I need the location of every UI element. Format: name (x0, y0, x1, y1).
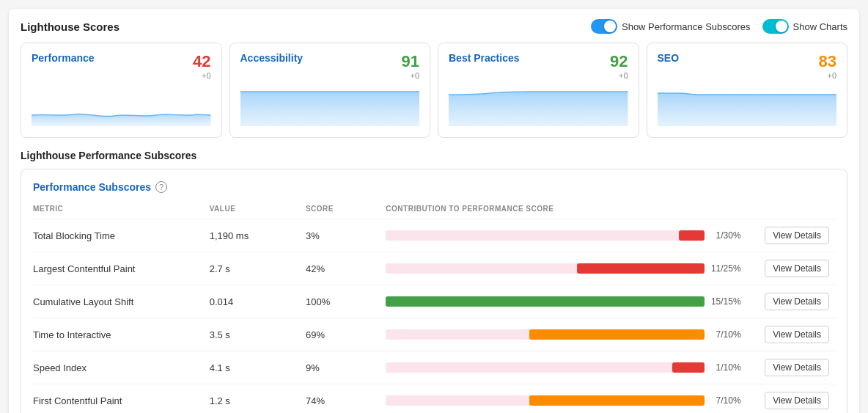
table-row: Largest Contentful Paint 2.7 s 42% 11/25… (33, 252, 835, 285)
score-card-header: Performance 42 +0 (32, 52, 211, 80)
metric-contribution-cell: 1/10% (386, 351, 746, 384)
view-details-button[interactable]: View Details (765, 260, 829, 277)
subscores-toggle[interactable] (591, 19, 617, 34)
metric-score: 42% (306, 252, 386, 285)
metric-name: Cumulative Layout Shift (33, 285, 210, 318)
view-details-button[interactable]: View Details (765, 293, 829, 310)
action-cell: View Details (747, 285, 835, 318)
bar-fill (386, 296, 704, 307)
chart-area (32, 86, 211, 126)
metric-contribution-cell: 7/10% (386, 318, 746, 351)
score-card-title: Best Practices (449, 52, 520, 64)
table-row: Total Blocking Time 1,190 ms 3% 1/30% Vi… (33, 219, 835, 252)
metric-value: 1,190 ms (210, 219, 306, 252)
score-card-title: Accessibility (240, 52, 304, 64)
bar-track (386, 230, 704, 241)
score-card-accessibility: Accessibility 91 +0 (229, 43, 431, 138)
subscore-section-header: Lighthouse Performance Subscores (21, 150, 847, 161)
metric-value: 3.5 s (210, 318, 306, 351)
metric-contribution-cell: 1/30% (386, 219, 746, 252)
metric-contribution-cell: 15/15% (386, 285, 746, 318)
score-card-header: SEO 83 +0 (658, 52, 837, 80)
contribution-label: 11/25% (710, 263, 741, 274)
metric-name: Speed Index (33, 351, 210, 384)
score-delta: +0 (610, 71, 628, 80)
score-delta: +0 (402, 71, 419, 80)
metric-score: 9% (306, 351, 386, 384)
score-value: 92 (610, 52, 628, 71)
metric-name: Total Blocking Time (33, 219, 210, 252)
action-cell: View Details (747, 252, 835, 285)
table-row: Speed Index 4.1 s 9% 1/10% View Details (33, 351, 835, 384)
contribution-label: 7/10% (710, 329, 741, 340)
metric-name: First Contentful Paint (33, 384, 210, 414)
col-header-action (747, 202, 835, 219)
metric-score: 3% (306, 219, 386, 252)
bar-track (386, 296, 704, 307)
metric-name: Largest Contentful Paint (33, 252, 210, 285)
col-header-value: VALUE (210, 202, 306, 219)
view-details-button[interactable]: View Details (765, 227, 829, 244)
metric-name: Time to Interactive (33, 318, 210, 351)
table-row: First Contentful Paint 1.2 s 74% 7/10% V… (33, 384, 835, 414)
score-card-header: Best Practices 92 +0 (449, 52, 628, 80)
bar-track (386, 263, 704, 274)
bar-fill (529, 395, 705, 406)
score-value: 91 (402, 52, 419, 71)
col-header-score: SCORE (306, 202, 386, 219)
bar-track (386, 329, 704, 340)
bar-fill (672, 362, 704, 373)
col-header-metric: METRIC (33, 202, 210, 219)
bar-fill (529, 329, 705, 340)
score-card-seo: SEO 83 +0 (647, 43, 848, 138)
subscore-panel: Performance Subscores ? METRIC VALUE SCO… (21, 169, 847, 413)
bar-track (386, 395, 704, 406)
bar-fill (577, 263, 705, 274)
score-value: 42 (193, 52, 210, 71)
view-details-button[interactable]: View Details (765, 392, 829, 409)
help-icon[interactable]: ? (155, 181, 167, 193)
metrics-table: METRIC VALUE SCORE CONTRIBUTION TO PERFO… (33, 202, 835, 413)
bar-fill (679, 230, 705, 241)
page-wrapper: Lighthouse Scores Show Performance Subsc… (9, 9, 859, 413)
contribution-label: 1/10% (710, 362, 741, 373)
score-card-title: Performance (32, 52, 95, 64)
charts-toggle-label: Show Charts (793, 21, 847, 32)
bar-track (386, 362, 704, 373)
score-card-best-practices: Best Practices 92 +0 (438, 43, 639, 138)
chart-area (240, 86, 420, 126)
subscores-toggle-label: Show Performance Subscores (622, 21, 751, 32)
action-cell: View Details (747, 351, 835, 384)
view-details-button[interactable]: View Details (765, 359, 829, 376)
charts-toggle-group: Show Charts (762, 19, 847, 34)
score-card-header: Accessibility 91 +0 (240, 52, 420, 80)
subscore-section: Lighthouse Performance Subscores Perform… (21, 150, 847, 413)
header: Lighthouse Scores Show Performance Subsc… (21, 19, 847, 34)
score-value: 83 (819, 52, 836, 71)
subscore-title: Performance Subscores (33, 181, 151, 193)
contribution-label: 1/30% (710, 230, 741, 241)
header-controls: Show Performance Subscores Show Charts (591, 19, 847, 34)
chart-area (449, 86, 628, 126)
metric-contribution-cell: 11/25% (386, 252, 746, 285)
chart-area (658, 86, 837, 126)
metric-score: 69% (306, 318, 386, 351)
action-cell: View Details (747, 318, 835, 351)
contribution-label: 7/10% (710, 395, 741, 406)
table-row: Time to Interactive 3.5 s 69% 7/10% View… (33, 318, 835, 351)
page-title: Lighthouse Scores (21, 21, 119, 33)
charts-toggle[interactable] (762, 19, 789, 34)
metric-value: 0.014 (210, 285, 306, 318)
action-cell: View Details (747, 219, 835, 252)
metric-value: 2.7 s (210, 252, 306, 285)
view-details-button[interactable]: View Details (765, 326, 829, 343)
action-cell: View Details (747, 384, 835, 414)
score-card-title: SEO (658, 52, 680, 64)
contribution-label: 15/15% (710, 296, 741, 307)
metric-score: 100% (306, 285, 386, 318)
score-cards: Performance 42 +0 Accessibility 91 +0 (21, 43, 847, 138)
metric-score: 74% (306, 384, 386, 414)
metric-contribution-cell: 7/10% (386, 384, 746, 414)
subscores-toggle-group: Show Performance Subscores (591, 19, 751, 34)
subscore-title-row: Performance Subscores ? (33, 181, 835, 193)
